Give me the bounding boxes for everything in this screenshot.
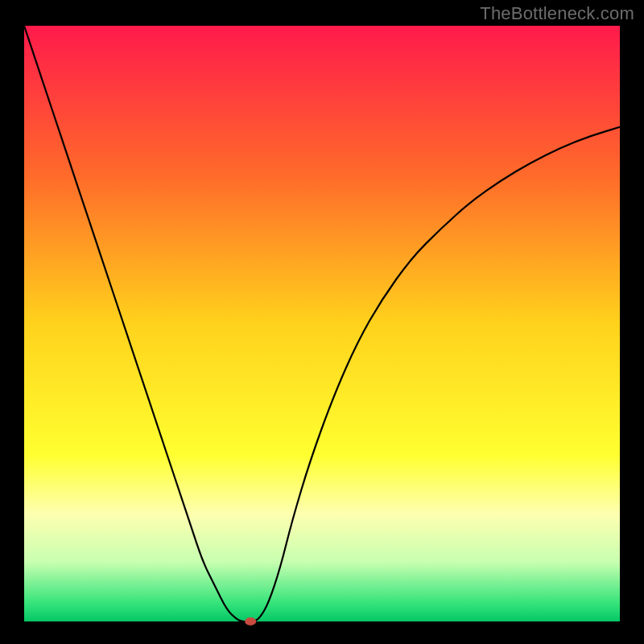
optimal-marker: [245, 617, 256, 625]
bottleneck-chart: [0, 0, 644, 644]
plot-background: [24, 26, 620, 621]
chart-frame: TheBottleneck.com: [0, 0, 644, 644]
watermark-label: TheBottleneck.com: [480, 3, 634, 24]
